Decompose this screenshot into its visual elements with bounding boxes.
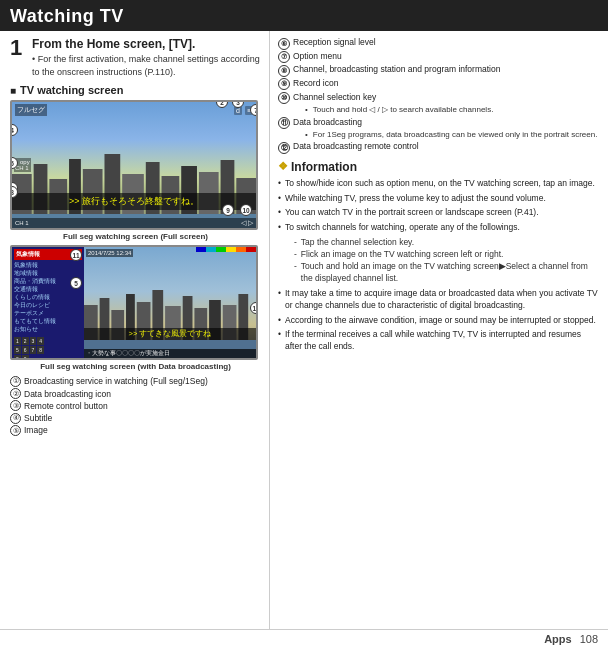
item-list-item-5: ⑤ Image [10, 424, 261, 436]
right-item-11: ⑪ Data broadcasting For 1Seg programs, d… [278, 116, 600, 140]
right-text-11: Data broadcasting [293, 117, 362, 127]
info-bullets-2: It may take a time to acquire image data… [278, 288, 600, 353]
tv-db-sidebar-item-5: くらしの情報 [14, 294, 82, 301]
right-item-7: ⑦ Option menu [278, 51, 600, 64]
right-text-8: Channel, broadcasting station and progra… [293, 64, 500, 76]
right-item-9: ⑨ Record icon [278, 78, 600, 91]
item-num-3: ③ [10, 400, 21, 411]
tv-ch-arrows: ◁ ▷ [241, 219, 253, 227]
info-bullet-5: It may take a time to acquire image data… [278, 288, 600, 312]
item-num-4: ④ [10, 413, 21, 424]
tv-db-numpad: 1 2 3 4 5 6 7 8 9 0 [14, 337, 50, 360]
main-content: 1 From the Home screen, [TV]. • For the … [0, 31, 608, 629]
info-bullet-7: If the terminal receives a call while wa… [278, 329, 600, 353]
dash-item-1: Tap the channel selection key. [294, 237, 600, 249]
info-bullet-text-4: To switch channels for watching, operate… [285, 222, 520, 234]
footer-label: Apps [544, 633, 572, 645]
right-text-9: Record icon [293, 78, 338, 90]
right-num-11: ⑪ [278, 117, 290, 129]
right-num-12: ⑫ [278, 142, 290, 154]
screen-items-list: ① Broadcasting service in watching (Full… [10, 375, 261, 437]
tv-db-bottom: ・大勢な事〇〇〇〇が実施金日 [84, 349, 256, 358]
right-item-10: ⑩ Channel selection key Touch and hold ◁… [278, 91, 600, 115]
info-bullet-text-2: While watching TV, press the volume key … [285, 193, 546, 205]
data-broadcast-screen: 気象情報 気象情報 地域情報 商品・消費情報 交通情報 くらしの情報 今日のレシ… [10, 245, 258, 360]
info-bullet-4: To switch channels for watching, operate… [278, 222, 600, 234]
info-bullet-text-7: If the terminal receives a call while wa… [285, 329, 600, 353]
tv-db-sidebar-item-2: 地域情報 [14, 270, 82, 277]
item-list-item-1: ① Broadcasting service in watching (Full… [10, 375, 261, 387]
tv-db-colorbar [196, 247, 256, 252]
dash-item-3: Touch and hold an image on the TV watchi… [294, 261, 600, 285]
right-item-8: ⑧ Channel, broadcasting station and prog… [278, 64, 600, 77]
item-text-5: Image [24, 424, 48, 436]
step-1-title: From the Home screen, [TV]. [32, 37, 261, 51]
item-list-item-4: ④ Subtitle [10, 412, 261, 424]
right-num-10: ⑩ [278, 92, 290, 104]
db-caption: Full seg watching screen (with Data broa… [10, 362, 261, 371]
info-bullet-6: According to the airwave condition, imag… [278, 315, 600, 327]
item-text-1: Broadcasting service in watching (Full s… [24, 375, 208, 387]
tv-db-sidebar-item-1: 気象情報 [14, 262, 82, 269]
right-num-8: ⑧ [278, 65, 290, 77]
info-bullet-text-3: You can watch TV in the portrait screen … [285, 207, 539, 219]
page: Watching TV 1 From the Home screen, [TV]… [0, 0, 608, 648]
page-title: Watching TV [10, 6, 124, 26]
item-text-4: Subtitle [24, 412, 52, 424]
step-1-body: • For the first activation, make channel… [32, 53, 261, 78]
right-num-9: ⑨ [278, 78, 290, 90]
info-bullet-text-6: According to the airwave condition, imag… [285, 315, 596, 327]
tv-db-sidebar-item-8: もてもてし情報 [14, 318, 82, 325]
tv-db-sidebar: 気象情報 気象情報 地域情報 商品・消費情報 交通情報 くらしの情報 今日のレシ… [12, 247, 84, 358]
info-bullet-text-5: It may take a time to acquire image data… [285, 288, 600, 312]
right-text-12: Data broadcasting remote control [293, 141, 419, 153]
right-text-6: Reception signal level [293, 37, 376, 49]
tv-db-time: 2014/7/25 12:34 [86, 249, 133, 257]
item-list-item-2: ② Data broadcasting icon [10, 388, 261, 400]
page-footer: Apps 108 [0, 629, 608, 648]
tv-ch-info: CH 1 [15, 220, 29, 226]
right-text-10: Channel selection key [293, 92, 376, 102]
step-1-number: 1 [10, 37, 26, 59]
full-seg-caption: Full seg watching screen (Full screen) [10, 232, 261, 241]
right-item-12: ⑫ Data broadcasting remote control [278, 141, 600, 154]
item-num-2: ② [10, 388, 21, 399]
tv-watching-section-title: TV watching screen [10, 84, 261, 96]
right-sub-11: For 1Seg programs, data broadcasting can… [305, 129, 597, 140]
info-section-title: ❖ Information [278, 160, 600, 174]
step-1-row: 1 From the Home screen, [TV]. • For the … [10, 37, 261, 78]
item-num-1: ① [10, 376, 21, 387]
dash-item-2: Flick an image on the TV watching screen… [294, 249, 600, 261]
tv-db-subtitle: >> すてきな風景ですね [84, 328, 256, 340]
step-1-content: From the Home screen, [TV]. • For the fi… [32, 37, 261, 78]
right-column: ⑥ Reception signal level ⑦ Option menu ⑧… [270, 31, 608, 629]
tv-db-sidebar-item-7: テーポスメ [14, 310, 82, 317]
annotation-7: 7 [250, 104, 258, 116]
full-seg-screen: フルセグ d ≡ 1 opyCH 1 >> 旅行もそろそろ終盤ですね。 [10, 100, 258, 230]
right-num-7: ⑦ [278, 51, 290, 63]
item-text-2: Data broadcasting icon [24, 388, 111, 400]
item-list-item-3: ③ Remote control button [10, 400, 261, 412]
footer-page: 108 [580, 633, 598, 645]
right-num-6: ⑥ [278, 38, 290, 50]
right-numbered-list: ⑥ Reception signal level ⑦ Option menu ⑧… [278, 37, 600, 154]
right-item-6: ⑥ Reception signal level [278, 37, 600, 50]
tv-screen-inner: フルセグ d ≡ 1 opyCH 1 >> 旅行もそろそろ終盤ですね。 [12, 102, 256, 228]
left-column: 1 From the Home screen, [TV]. • For the … [0, 31, 270, 629]
full-seg-screen-container: フルセグ d ≡ 1 opyCH 1 >> 旅行もそろそろ終盤ですね。 [10, 100, 261, 241]
info-bullet-3: You can watch TV in the portrait screen … [278, 207, 600, 219]
right-text-7: Option menu [293, 51, 342, 63]
page-header: Watching TV [0, 0, 608, 31]
right-sub-10: Touch and hold ◁ / ▷ to search available… [305, 104, 493, 115]
info-bullets: To show/hide icon such as option menu, o… [278, 178, 600, 235]
tv-subtitle-bar: >> 旅行もそろそろ終盤ですね。 [12, 193, 256, 210]
annotation-12: 12 [250, 302, 258, 314]
item-num-5: ⑤ [10, 425, 21, 436]
info-bullet-text-1: To show/hide icon such as option menu, o… [285, 178, 595, 190]
tv-db-sidebar-item-6: 今日のレシピ [14, 302, 82, 309]
info-bullet-2: While watching TV, press the volume key … [278, 193, 600, 205]
diamond-icon: ❖ [278, 160, 288, 173]
data-broadcast-screen-container: 気象情報 気象情報 地域情報 商品・消費情報 交通情報 くらしの情報 今日のレシ… [10, 245, 261, 371]
tv-bottom-bar: CH 1 ◁ ▷ [12, 218, 256, 228]
tv-db-sidebar-item-9: お知らせ [14, 326, 82, 333]
